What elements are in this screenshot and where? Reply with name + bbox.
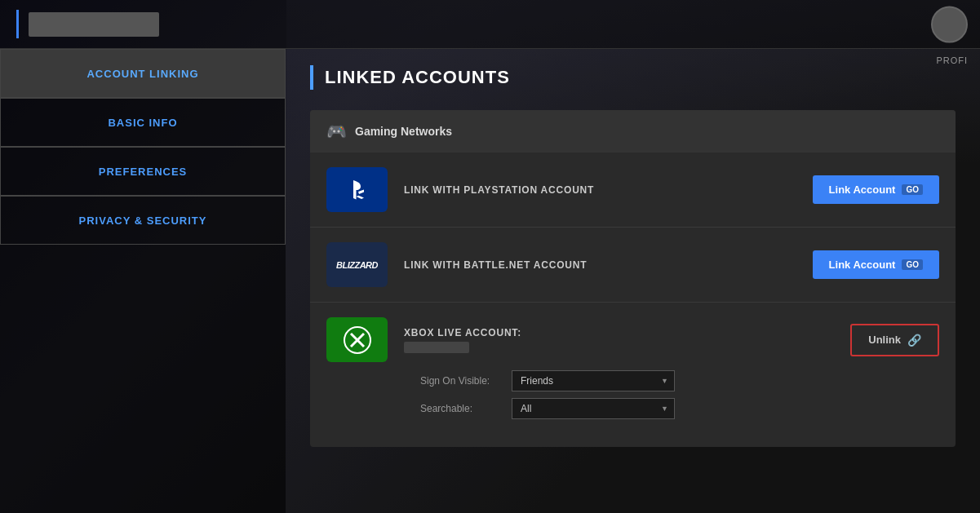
- sidebar-item-account-linking[interactable]: ACCOUNT LINKING: [0, 49, 286, 98]
- sidebar-item-privacy-security[interactable]: PRIVACY & SECURITY: [0, 196, 286, 245]
- blizzard-link-button[interactable]: Link Account GO: [813, 250, 939, 279]
- playstation-link-button[interactable]: Link Account GO: [813, 175, 939, 204]
- section-header-gaming-networks: 🎮 Gaming Networks: [310, 110, 956, 153]
- page-header-bar: [310, 65, 313, 90]
- top-bar-indicator: [16, 10, 19, 38]
- page-header: LINKED ACCOUNTS: [310, 65, 956, 90]
- sign-on-select-wrapper: Friends Everyone Nobody: [512, 370, 675, 391]
- searchable-row: Searchable: All Friends Nobody: [420, 398, 675, 419]
- gaming-networks-icon: 🎮: [326, 122, 347, 141]
- avatar: [931, 6, 968, 42]
- xbox-label: XBOX LIVE ACCOUNT:: [404, 327, 850, 353]
- sidebar-item-basic-info[interactable]: BASIC INFO: [0, 98, 286, 147]
- xbox-row: XBOX LIVE ACCOUNT: Unlink 🔗 Sign On Visi…: [310, 303, 956, 447]
- sidebar: ACCOUNT LINKING BASIC INFO PREFERENCES P…: [0, 49, 286, 513]
- playstation-logo: [326, 167, 388, 212]
- sidebar-item-preferences[interactable]: PREFERENCES: [0, 147, 286, 196]
- main-layout: ACCOUNT LINKING BASIC INFO PREFERENCES P…: [0, 49, 980, 513]
- top-bar: [0, 0, 980, 49]
- blizzard-link-go-badge: GO: [902, 259, 923, 270]
- xbox-account-sublabel: [404, 342, 469, 353]
- blizzard-label: LINK WITH BATTLE.NET ACCOUNT: [404, 259, 813, 271]
- xbox-extra-fields: Sign On Visible: Friends Everyone Nobody…: [326, 362, 691, 432]
- ps-link-go-badge: GO: [902, 184, 923, 195]
- searchable-label: Searchable:: [420, 403, 502, 414]
- playstation-row: LINK WITH PLAYSTATION ACCOUNT Link Accou…: [310, 153, 956, 228]
- section-header-title: Gaming Networks: [355, 125, 452, 138]
- linked-accounts-section: 🎮 Gaming Networks LINK WITH PLAYSTATION …: [310, 110, 956, 447]
- blizzard-logo-text: BLIZZARD: [336, 260, 378, 270]
- playstation-label: LINK WITH PLAYSTATION ACCOUNT: [404, 184, 813, 196]
- profile-link: PROFI: [936, 55, 968, 65]
- page-title: LINKED ACCOUNTS: [325, 67, 510, 88]
- sign-on-label: Sign On Visible:: [420, 375, 502, 387]
- searchable-select-wrapper: All Friends Nobody: [512, 398, 675, 419]
- xbox-logo: [326, 317, 388, 362]
- content-area: LINKED ACCOUNTS 🎮 Gaming Networks LINK W…: [286, 49, 980, 513]
- sign-on-select[interactable]: Friends Everyone Nobody: [512, 370, 675, 391]
- blizzard-logo: BLIZZARD: [326, 242, 388, 287]
- searchable-select[interactable]: All Friends Nobody: [512, 398, 675, 419]
- unlink-icon: 🔗: [907, 334, 921, 347]
- blizzard-row: BLIZZARD LINK WITH BATTLE.NET ACCOUNT Li…: [310, 228, 956, 303]
- xbox-unlink-button[interactable]: Unlink 🔗: [850, 324, 939, 356]
- sign-on-row: Sign On Visible: Friends Everyone Nobody: [420, 370, 675, 391]
- top-bar-input-display: [29, 12, 159, 37]
